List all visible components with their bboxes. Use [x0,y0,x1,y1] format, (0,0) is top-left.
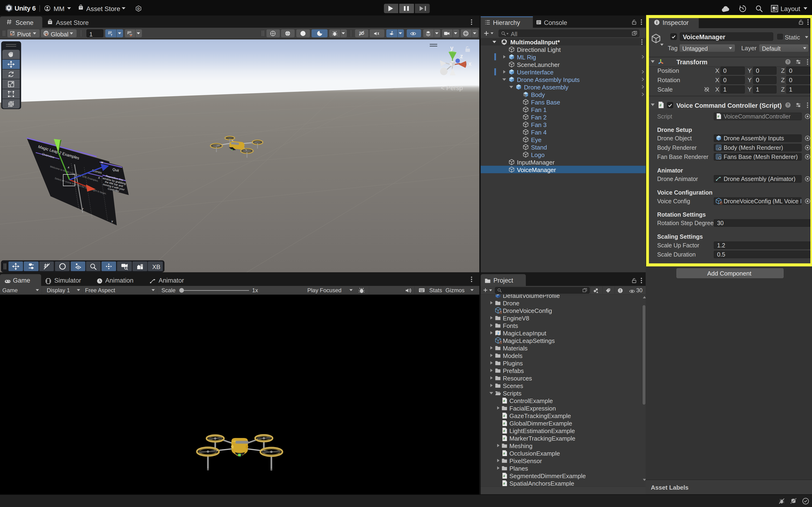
svg-text:#: # [503,429,505,433]
svg-text:D: D [137,7,140,10]
svg-text:{}: {} [499,340,502,344]
svg-text:y: y [450,45,453,51]
svg-text:#: # [503,452,505,455]
svg-text:< Persp: < Persp [441,84,463,92]
svg-text:Y: Y [110,33,112,36]
svg-text:{}: {} [720,201,722,205]
svg-text:#: # [503,421,505,425]
svg-text:{}: {} [499,310,502,314]
svg-text:z: z [460,53,463,59]
svg-text:#: # [503,482,505,486]
svg-text:#: # [660,103,662,107]
svg-text:#: # [503,399,505,403]
svg-text:#: # [717,115,719,118]
svg-text:#: # [503,437,505,440]
svg-text:#: # [503,474,505,478]
svg-text:#: # [503,414,505,418]
svg-text:x: x [468,60,471,67]
svg-text:?: ? [787,60,789,64]
svg-text:?: ? [787,103,789,107]
